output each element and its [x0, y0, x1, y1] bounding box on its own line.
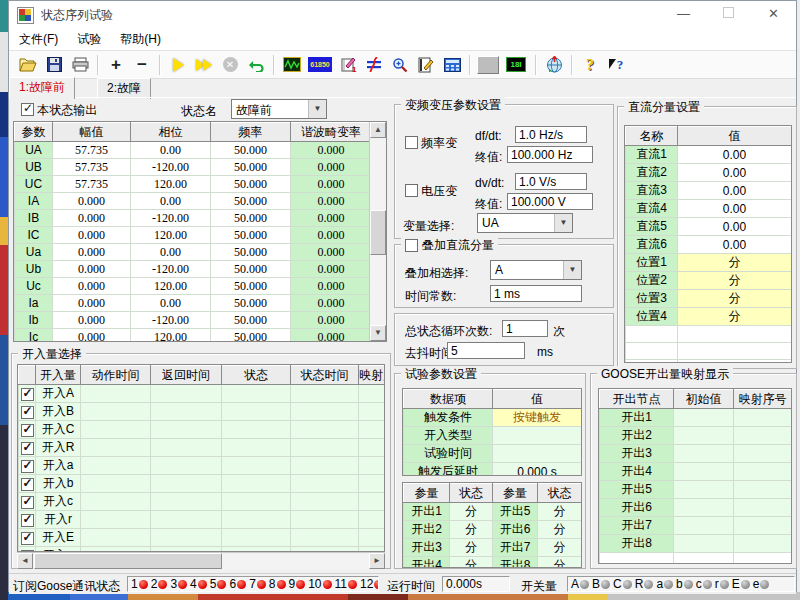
- input-channel-checkbox[interactable]: ✓: [19, 421, 36, 439]
- dc-value-cell[interactable]: 0.00: [678, 218, 792, 236]
- output-state-cell[interactable]: 分: [450, 557, 493, 569]
- phase-cell[interactable]: 0.00: [131, 193, 211, 210]
- amplitude-cell[interactable]: 57.735: [53, 142, 131, 159]
- mapping-index-cell[interactable]: [734, 427, 792, 445]
- menu-item[interactable]: 文件(F): [10, 29, 67, 50]
- freq-end-input[interactable]: 100.000 Hz: [507, 146, 593, 163]
- vector-diagram-button[interactable]: [361, 53, 387, 77]
- stop-button[interactable]: ✕: [217, 53, 243, 77]
- thd-cell[interactable]: 0.000: [291, 227, 372, 244]
- thd-cell[interactable]: 0.000: [291, 295, 372, 312]
- output-state-cell[interactable]: 分: [538, 539, 582, 557]
- output-state-cell[interactable]: 分: [450, 539, 493, 557]
- output-state-cell[interactable]: 分: [450, 503, 493, 521]
- input-channel-checkbox[interactable]: ✓: [19, 493, 36, 511]
- thd-cell[interactable]: 0.000: [291, 142, 372, 159]
- mapping-index-cell[interactable]: [734, 481, 792, 499]
- phase-cell[interactable]: -120.00: [131, 261, 211, 278]
- dfdt-input[interactable]: 1.0 Hz/s: [515, 126, 587, 143]
- open-button[interactable]: [15, 53, 41, 77]
- scroll-thumb[interactable]: [34, 553, 222, 569]
- mapping-index-cell[interactable]: [734, 535, 792, 553]
- phase-cell[interactable]: 0.00: [131, 142, 211, 159]
- initial-value-cell[interactable]: [674, 427, 734, 445]
- thd-cell[interactable]: 0.000: [291, 329, 372, 343]
- scroll-right-icon[interactable]: ►: [369, 553, 385, 569]
- scroll-up-icon[interactable]: ▲: [370, 122, 386, 138]
- start-button[interactable]: [165, 53, 191, 77]
- thd-cell[interactable]: 0.000: [291, 159, 372, 176]
- amplitude-cell[interactable]: 0.000: [53, 193, 131, 210]
- tab-state-1[interactable]: 1:故障前: [9, 77, 75, 99]
- initial-value-cell[interactable]: [674, 535, 734, 553]
- iec61850-config-button[interactable]: 61850: [305, 53, 335, 77]
- input-display-button[interactable]: 18I: [501, 53, 531, 77]
- initial-value-cell[interactable]: [674, 517, 734, 535]
- frequency-cell[interactable]: 50.000: [211, 278, 291, 295]
- frequency-cell[interactable]: 50.000: [211, 159, 291, 176]
- phase-cell[interactable]: 120.00: [131, 278, 211, 295]
- dc-value-cell[interactable]: 0.00: [678, 236, 792, 254]
- mapping-index-cell[interactable]: [734, 517, 792, 535]
- time-constant-input[interactable]: 1 ms: [490, 285, 582, 302]
- dc-value-cell[interactable]: [678, 343, 792, 360]
- data-value-cell[interactable]: [493, 427, 582, 445]
- amplitude-cell[interactable]: 57.735: [53, 176, 131, 193]
- phase-cell[interactable]: 120.00: [131, 227, 211, 244]
- dvdt-input[interactable]: 1.0 V/s: [515, 173, 587, 190]
- input-channel-checkbox[interactable]: ✓: [19, 457, 36, 475]
- thd-cell[interactable]: 0.000: [291, 312, 372, 329]
- initial-value-cell[interactable]: [674, 553, 734, 565]
- phase-cell[interactable]: 120.00: [131, 329, 211, 343]
- fast-run-button[interactable]: [191, 53, 217, 77]
- initial-value-cell[interactable]: [674, 481, 734, 499]
- debounce-input[interactable]: 5: [447, 342, 525, 359]
- dc-superpose-checkbox[interactable]: 叠加直流分量: [401, 237, 498, 254]
- amplitude-cell[interactable]: 0.000: [53, 210, 131, 227]
- volt-end-input[interactable]: 100.000 V: [507, 193, 593, 210]
- dc-value-cell[interactable]: [678, 360, 792, 364]
- input-channel-checkbox[interactable]: ✓: [19, 475, 36, 493]
- minimize-button[interactable]: —: [661, 1, 706, 28]
- amplitude-cell[interactable]: 57.735: [53, 159, 131, 176]
- frequency-cell[interactable]: 50.000: [211, 261, 291, 278]
- phase-cell[interactable]: -120.00: [131, 159, 211, 176]
- frequency-cell[interactable]: 50.000: [211, 142, 291, 159]
- phase-cell[interactable]: 120.00: [131, 176, 211, 193]
- input-channel-checkbox[interactable]: ✓: [19, 511, 36, 529]
- context-help-button[interactable]: ?: [603, 53, 629, 77]
- thd-cell[interactable]: 0.000: [291, 244, 372, 261]
- data-value-cell[interactable]: 0.000 s: [493, 463, 582, 477]
- input-table-hscrollbar[interactable]: ◄ ►: [17, 552, 385, 569]
- phase-cell[interactable]: -120.00: [131, 210, 211, 227]
- dc-value-cell[interactable]: 0.00: [678, 146, 792, 164]
- output-state-cell[interactable]: 分: [450, 521, 493, 539]
- title-bar[interactable]: 状态序列试验 — ✕: [9, 1, 796, 28]
- amplitude-cell[interactable]: 0.000: [53, 295, 131, 312]
- output-state-cell[interactable]: 分: [538, 503, 582, 521]
- freq-change-checkbox[interactable]: 频率变: [405, 135, 457, 152]
- phase-cell[interactable]: -120.00: [131, 312, 211, 329]
- menu-item[interactable]: 帮助(H): [111, 29, 170, 50]
- volt-change-checkbox[interactable]: 电压变: [405, 183, 457, 200]
- frequency-cell[interactable]: 50.000: [211, 176, 291, 193]
- dc-value-cell[interactable]: 分: [678, 254, 792, 272]
- input-channel-checkbox[interactable]: ✓: [19, 385, 36, 403]
- add-state-button[interactable]: +: [103, 53, 129, 77]
- loop-count-input[interactable]: 1: [502, 320, 548, 337]
- mapping-index-cell[interactable]: [734, 463, 792, 481]
- frequency-cell[interactable]: 50.000: [211, 210, 291, 227]
- thd-cell[interactable]: 0.000: [291, 261, 372, 278]
- scroll-down-icon[interactable]: ▼: [370, 325, 386, 341]
- help-button[interactable]: ?: [577, 53, 603, 77]
- dc-value-cell[interactable]: 0.00: [678, 164, 792, 182]
- parameter-table-vscrollbar[interactable]: ▲ ▼: [369, 122, 386, 341]
- data-value-cell[interactable]: [493, 445, 582, 463]
- calculator-button[interactable]: [439, 53, 465, 77]
- initial-value-cell[interactable]: [674, 499, 734, 517]
- report-button[interactable]: 1: [335, 53, 361, 77]
- mapping-index-cell[interactable]: [734, 499, 792, 517]
- amplitude-cell[interactable]: 0.000: [53, 312, 131, 329]
- thd-cell[interactable]: 0.000: [291, 278, 372, 295]
- frequency-cell[interactable]: 50.000: [211, 227, 291, 244]
